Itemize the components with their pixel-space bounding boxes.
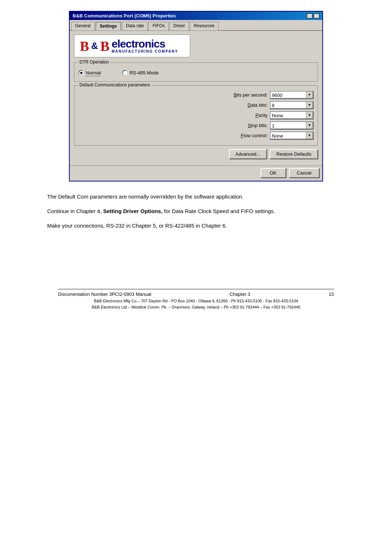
select-databits[interactable]: 8 ▼ xyxy=(270,101,313,109)
logo-text: electronics MANUFACTURING COMPANY xyxy=(112,38,178,53)
dtr-group: DTR Operation Normal RS-485 Mode xyxy=(74,62,318,82)
body-text: The Default Com parameters are normally … xyxy=(47,192,345,230)
select-databits-value: 8 xyxy=(270,102,306,108)
select-stopbits[interactable]: 1 ▼ xyxy=(270,121,313,129)
tab-fifos[interactable]: FIFOs xyxy=(148,22,168,30)
logo-electronics: electronics xyxy=(112,38,178,49)
logo-b2: B xyxy=(100,39,109,53)
dtr-row: Normal RS-485 Mode xyxy=(79,68,313,78)
comm-params-label: Default Communications parameters xyxy=(78,82,152,87)
select-flowcontrol-arrow[interactable]: ▼ xyxy=(306,132,313,139)
content-area: B & B electronics MANUFACTURING COMPANY … xyxy=(70,31,322,166)
footer-line2: B&B Electronics Ltd – Westlink Comm. Pk.… xyxy=(58,304,334,310)
bold-text: Setting Driver Options, xyxy=(103,208,162,214)
action-buttons-row: Advanced... Restore Defaults xyxy=(74,149,318,159)
select-parity-arrow[interactable]: ▼ xyxy=(306,112,313,118)
comm-params-group: Default Communications parameters Bits p… xyxy=(74,85,318,146)
tab-datarate[interactable]: Data rate xyxy=(122,22,148,30)
radio-normal[interactable]: Normal xyxy=(79,70,101,76)
footer: Documentation Number 3PCI2-0903 Manual C… xyxy=(58,289,334,310)
param-row-parity: Parity None ▼ xyxy=(79,111,313,119)
radio-rs485-circle[interactable] xyxy=(123,70,128,76)
param-label-stopbits: Stop bits: xyxy=(220,123,268,128)
param-row-bps: Bits per second: 9600 ▼ xyxy=(79,91,313,99)
radio-rs485-label: RS-485 Mode xyxy=(130,70,159,76)
param-label-flowcontrol: Flow control: xyxy=(220,133,268,138)
logo-section: B & B electronics MANUFACTURING COMPANY xyxy=(74,34,190,57)
logo-mfg: MANUFACTURING COMPANY xyxy=(112,49,178,53)
footer-main-row: Documentation Number 3PCI2-0903 Manual C… xyxy=(58,291,334,297)
restore-defaults-button[interactable]: Restore Defaults xyxy=(270,149,318,159)
footer-sub: B&B Electronics Mfg Co – 707 Dayton Rd -… xyxy=(58,298,334,310)
select-bps[interactable]: 9600 ▼ xyxy=(270,91,313,99)
radio-normal-label: Normal xyxy=(86,70,101,76)
radio-rs485[interactable]: RS-485 Mode xyxy=(123,70,159,76)
tab-general[interactable]: General xyxy=(71,22,95,30)
param-label-databits: Data bits: xyxy=(220,102,268,108)
select-flowcontrol-value: None xyxy=(270,132,306,139)
body-para-1: The Default Com parameters are normally … xyxy=(47,192,345,201)
select-flowcontrol[interactable]: None ▼ xyxy=(270,131,313,139)
logo-b1: B xyxy=(80,39,89,53)
help-button[interactable]: ? xyxy=(307,13,313,19)
close-button[interactable]: × xyxy=(314,13,319,19)
dtr-group-label: DTR Operation xyxy=(78,60,110,65)
param-label-bps: Bits per second: xyxy=(220,92,268,98)
radio-normal-dot xyxy=(80,72,82,74)
footer-line1: B&B Electronics Mfg Co – 707 Dayton Rd -… xyxy=(58,298,334,304)
cancel-button[interactable]: Cancel xyxy=(289,168,319,178)
radio-normal-circle[interactable] xyxy=(79,70,84,76)
title-bar-buttons: ? × xyxy=(307,13,319,19)
select-databits-arrow[interactable]: ▼ xyxy=(306,102,313,108)
footer-doc-number: Documentation Number 3PCI2-0903 Manual xyxy=(58,291,151,297)
body-para-2: Continue in Chapter 4, Setting Driver Op… xyxy=(47,207,345,216)
select-parity[interactable]: None ▼ xyxy=(270,111,313,119)
advanced-button[interactable]: Advanced... xyxy=(229,149,267,159)
tabs-row: General Settings Data rate FIFOs Driver … xyxy=(70,20,322,31)
param-row-databits: Data bits: 8 ▼ xyxy=(79,101,313,109)
dialog-title: B&B Communications Port (COM5) Propertie… xyxy=(73,13,176,19)
param-row-stopbits: Stop bits: 1 ▼ xyxy=(79,121,313,129)
select-stopbits-arrow[interactable]: ▼ xyxy=(306,122,313,128)
title-bar: B&B Communications Port (COM5) Propertie… xyxy=(70,12,322,20)
tab-resources[interactable]: Resources xyxy=(190,22,219,30)
footer-page: 15 xyxy=(329,291,334,297)
ok-button[interactable]: OK xyxy=(261,168,286,178)
dialog-window: B&B Communications Port (COM5) Propertie… xyxy=(69,11,323,181)
body-para-3: Make your connections, RS-232 in Chapter… xyxy=(47,221,345,230)
select-stopbits-value: 1 xyxy=(270,122,306,128)
select-bps-arrow[interactable]: ▼ xyxy=(306,91,313,98)
ok-cancel-row: OK Cancel xyxy=(70,166,322,181)
param-label-parity: Parity xyxy=(220,113,268,118)
select-bps-value: 9600 xyxy=(270,91,306,98)
footer-chapter: Chapter 3 xyxy=(229,291,250,297)
select-parity-value: None xyxy=(270,112,306,118)
tab-driver[interactable]: Driver xyxy=(170,22,189,30)
tab-settings[interactable]: Settings xyxy=(95,22,121,30)
param-row-flowcontrol: Flow control: None ▼ xyxy=(79,131,313,139)
logo-amp: & xyxy=(91,40,98,52)
